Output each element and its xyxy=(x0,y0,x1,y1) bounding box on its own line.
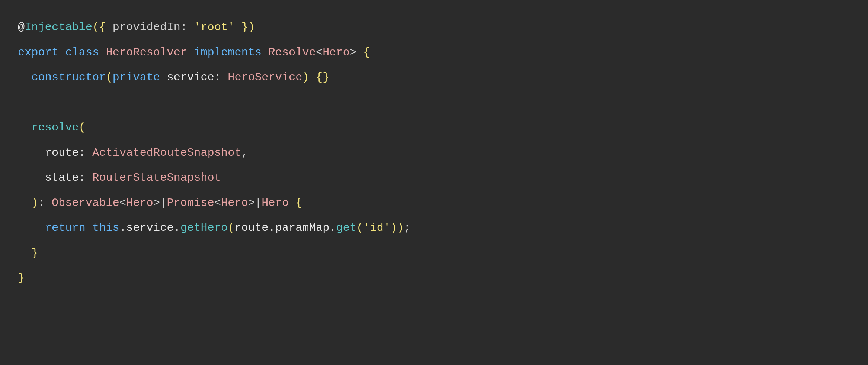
code-line: return this.service.getHero(route.paramM… xyxy=(18,222,411,234)
code-line: resolve( xyxy=(18,121,86,134)
param-type: HeroService xyxy=(228,71,302,84)
angle-open: < xyxy=(119,197,126,209)
angle-close: > xyxy=(153,197,160,209)
string-literal: 'root' xyxy=(194,21,234,33)
code-line: } xyxy=(18,272,25,284)
code-line: @Injectable({ providedIn: 'root' }) xyxy=(18,21,255,33)
code-line: constructor(private service: HeroService… xyxy=(18,71,329,84)
colon: : xyxy=(180,21,194,33)
generic-param: Hero xyxy=(126,197,153,209)
dot: . xyxy=(269,222,275,234)
prop-access: paramMap xyxy=(275,222,330,234)
dot: . xyxy=(329,222,336,234)
angle-close: > xyxy=(248,197,255,209)
type-name: Hero xyxy=(262,197,289,209)
code-line: route: ActivatedRouteSnapshot, xyxy=(18,146,248,159)
paren-close: ) xyxy=(248,21,255,33)
method-name: resolve xyxy=(31,121,79,134)
method-call: get xyxy=(336,222,357,234)
kw-implements: implements xyxy=(194,46,262,59)
param-name: state xyxy=(45,171,79,184)
prop-key: providedIn xyxy=(113,21,180,33)
param-type: ActivatedRouteSnapshot xyxy=(92,146,241,159)
type-name: Promise xyxy=(167,197,214,209)
ident: route xyxy=(235,222,269,234)
union-pipe: | xyxy=(160,197,167,209)
paren-close: ) xyxy=(31,197,38,209)
class-name: HeroResolver xyxy=(106,46,187,59)
kw-private: private xyxy=(113,71,160,84)
paren-open: ( xyxy=(92,21,99,33)
brace-open: { xyxy=(316,71,323,84)
iface-name: Resolve xyxy=(269,46,316,59)
kw-return: return xyxy=(45,222,86,234)
semicolon: ; xyxy=(404,222,411,234)
at-symbol: @ xyxy=(18,21,25,33)
colon: : xyxy=(79,146,92,159)
angle-close: > xyxy=(350,46,356,59)
paren-close: ) xyxy=(397,222,404,234)
code-line: state: RouterStateSnapshot xyxy=(18,171,221,184)
generic-param: Hero xyxy=(323,46,350,59)
paren-close: ) xyxy=(390,222,397,234)
code-line: export class HeroResolver implements Res… xyxy=(18,46,370,59)
brace-open: { xyxy=(99,21,112,33)
paren-open: ( xyxy=(356,222,363,234)
brace-open: { xyxy=(363,46,370,59)
colon: : xyxy=(38,197,52,209)
angle-open: < xyxy=(214,197,221,209)
code-line: } xyxy=(18,247,38,259)
paren-close: ) xyxy=(302,71,309,84)
code-block: @Injectable({ providedIn: 'root' }) expo… xyxy=(0,0,868,306)
prop-access: service xyxy=(126,222,173,234)
param-type: RouterStateSnapshot xyxy=(92,171,221,184)
comma: , xyxy=(241,146,248,159)
kw-this: this xyxy=(92,222,119,234)
method-call: getHero xyxy=(180,222,228,234)
angle-open: < xyxy=(316,46,323,59)
param-name: route xyxy=(45,146,79,159)
paren-open: ( xyxy=(106,71,113,84)
code-line: ): Observable<Hero>|Promise<Hero>|Hero { xyxy=(18,197,302,209)
brace-close: } xyxy=(235,21,248,33)
type-name: Observable xyxy=(52,197,119,209)
paren-open: ( xyxy=(79,121,86,134)
brace-close: } xyxy=(323,71,329,84)
colon: : xyxy=(214,71,228,84)
param-name: service xyxy=(167,71,214,84)
dot: . xyxy=(174,222,180,234)
brace-close: } xyxy=(18,272,25,284)
kw-export: export xyxy=(18,46,58,59)
colon: : xyxy=(79,171,92,184)
brace-open: { xyxy=(295,197,302,209)
paren-open: ( xyxy=(228,222,234,234)
union-pipe: | xyxy=(255,197,262,209)
decorator-name: Injectable xyxy=(25,21,92,33)
dot: . xyxy=(119,222,126,234)
brace-close: } xyxy=(31,247,38,259)
kw-class: class xyxy=(65,46,99,59)
kw-constructor: constructor xyxy=(31,71,106,84)
string-literal: 'id' xyxy=(363,222,390,234)
generic-param: Hero xyxy=(221,197,248,209)
